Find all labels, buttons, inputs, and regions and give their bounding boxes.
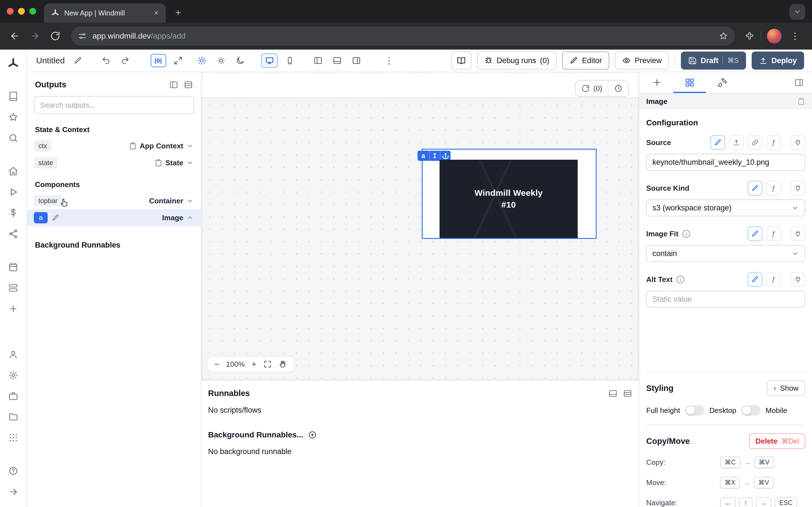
rail-runs-button[interactable]: [4, 184, 22, 201]
insert-tab[interactable]: [641, 72, 673, 93]
theme-tab[interactable]: [706, 72, 739, 93]
image-fit-static-button[interactable]: [748, 226, 762, 241]
reload-button[interactable]: [46, 27, 64, 45]
app-canvas[interactable]: (0) a: [201, 72, 639, 380]
component-doc-button[interactable]: [797, 98, 805, 105]
outputs-search-input[interactable]: [34, 96, 194, 114]
zoom-window-button[interactable]: [29, 8, 36, 15]
rail-settings-button[interactable]: [4, 367, 22, 384]
rail-schedules-button[interactable]: [4, 259, 22, 276]
desktop-full-height-toggle[interactable]: [685, 405, 704, 416]
output-row-topbar[interactable]: topbar Container: [27, 192, 201, 209]
grid-align-toggle[interactable]: |0|: [151, 54, 166, 67]
source-static-button[interactable]: [711, 135, 725, 150]
source-upload-button[interactable]: [729, 135, 744, 150]
rail-workers-button[interactable]: [4, 279, 22, 296]
extensions-button[interactable]: [745, 31, 755, 41]
preview-tab-button[interactable]: Preview: [615, 52, 669, 69]
output-row-a[interactable]: a Image: [27, 209, 201, 226]
zoom-fit-button[interactable]: [263, 360, 272, 369]
source-link-button[interactable]: [748, 135, 762, 150]
alt-text-eval-button[interactable]: ƒ: [766, 272, 781, 287]
alt-text-connect-button[interactable]: [791, 272, 805, 287]
tab-search-button[interactable]: [790, 4, 805, 20]
outputs-dock-button[interactable]: [169, 80, 178, 89]
editor-tab-button[interactable]: Editor: [562, 52, 609, 69]
delete-component-button[interactable]: Delete ⌘Del: [749, 433, 805, 449]
alt-text-input[interactable]: [646, 291, 805, 307]
runnables-list-button[interactable]: [623, 389, 632, 398]
add-background-runnable-button[interactable]: [308, 431, 317, 439]
source-connect-button[interactable]: [791, 135, 805, 150]
browser-tab[interactable]: New App | Windmill ×: [44, 3, 166, 22]
zoom-in-button[interactable]: +: [252, 359, 257, 369]
desktop-view-toggle[interactable]: [261, 53, 278, 68]
minimize-window-button[interactable]: [18, 8, 25, 15]
source-kind-connect-button[interactable]: [791, 181, 805, 195]
back-button[interactable]: [6, 27, 24, 45]
rail-home-button[interactable]: [4, 163, 22, 180]
draft-button[interactable]: Draft ⌘S: [681, 52, 746, 69]
deploy-button[interactable]: Deploy: [752, 52, 804, 69]
source-eval-button[interactable]: ƒ: [766, 135, 781, 150]
close-window-button[interactable]: [7, 8, 13, 15]
theme-dark-button[interactable]: [233, 53, 248, 68]
mobile-full-height-toggle[interactable]: [741, 405, 760, 416]
rail-help-button[interactable]: [4, 462, 22, 480]
toggle-left-panel-button[interactable]: [311, 53, 325, 68]
tab-close-button[interactable]: ×: [151, 8, 161, 18]
image-fit-eval-button[interactable]: ƒ: [766, 226, 781, 241]
source-kind-select[interactable]: s3 (workspace storage): [646, 200, 805, 216]
fullscreen-canvas-button[interactable]: [171, 53, 186, 68]
profile-avatar[interactable]: [767, 29, 781, 43]
toggle-right-panel-button[interactable]: [349, 53, 364, 68]
rail-create-button[interactable]: [4, 300, 22, 317]
anchor-component-button[interactable]: [440, 151, 451, 161]
outputs-list-button[interactable]: [184, 80, 193, 89]
source-input[interactable]: [646, 154, 805, 171]
image-fit-connect-button[interactable]: [791, 226, 805, 241]
theme-light-button[interactable]: [195, 53, 209, 68]
rename-app-button[interactable]: [70, 53, 85, 68]
theme-auto-button[interactable]: [214, 53, 229, 68]
image-component-a[interactable]: a Windmill Weekly #10: [422, 149, 597, 239]
rail-user-button[interactable]: [4, 346, 22, 363]
pan-button[interactable]: [278, 360, 287, 369]
redo-button[interactable]: [118, 53, 133, 68]
rail-variables-button[interactable]: [4, 205, 22, 221]
output-row-state[interactable]: state State: [27, 154, 201, 171]
mobile-view-toggle[interactable]: [283, 53, 297, 68]
rail-expand-button[interactable]: [4, 483, 22, 500]
rail-resources-button[interactable]: [4, 225, 22, 242]
windmill-logo[interactable]: [4, 55, 22, 72]
runnables-dock-button[interactable]: [608, 389, 617, 398]
docs-button[interactable]: [451, 52, 471, 69]
image-fit-select[interactable]: contain: [646, 245, 805, 262]
expand-component-button[interactable]: [429, 151, 440, 161]
refresh-runs-button[interactable]: (0): [576, 80, 608, 96]
browser-menu-button[interactable]: ⋮: [787, 31, 803, 41]
rail-folders-button[interactable]: [4, 408, 22, 425]
rail-search-button[interactable]: [4, 129, 22, 147]
new-tab-button[interactable]: +: [170, 4, 186, 20]
alt-text-static-button[interactable]: [748, 272, 762, 287]
undo-button[interactable]: [99, 53, 113, 68]
styling-show-button[interactable]: ‹ Show: [767, 380, 805, 396]
rename-component-button[interactable]: [52, 214, 59, 222]
rail-docs-button[interactable]: [4, 88, 22, 105]
source-kind-eval-button[interactable]: ƒ: [766, 181, 781, 195]
rail-workspace-button[interactable]: [4, 388, 22, 404]
bookmark-star-button[interactable]: [719, 32, 728, 41]
zoom-out-button[interactable]: −: [214, 359, 219, 369]
header-menu-button[interactable]: ⋮: [382, 53, 396, 68]
forward-button[interactable]: [26, 27, 44, 45]
topbar-container-component[interactable]: [201, 72, 639, 98]
debug-runs-button[interactable]: Debug runs (0): [477, 52, 557, 69]
collapse-inspector-button[interactable]: [787, 72, 811, 93]
settings-tab[interactable]: [673, 72, 706, 93]
rail-favorites-button[interactable]: [4, 109, 22, 126]
history-button[interactable]: [608, 80, 628, 96]
toggle-bottom-panel-button[interactable]: [330, 53, 345, 68]
source-kind-static-button[interactable]: [748, 181, 762, 195]
address-bar[interactable]: app.windmill.dev/apps/add: [71, 26, 735, 46]
